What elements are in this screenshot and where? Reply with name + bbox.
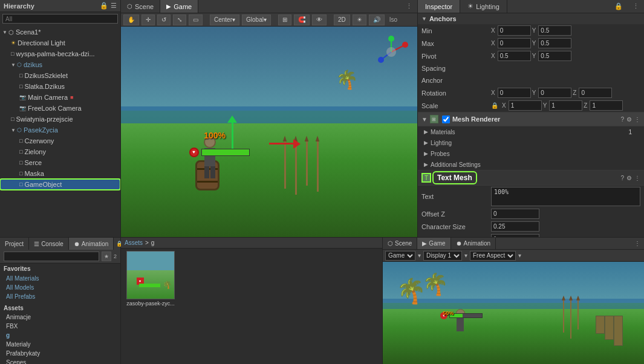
hier-item-maska[interactable]: □ Maska [0, 168, 120, 179]
char-size-input[interactable] [491, 221, 539, 232]
folder-prafabrykaty[interactable]: Prafabrykaty [0, 349, 120, 358]
assets-root[interactable]: Assets [125, 239, 143, 246]
display-select[interactable]: Display 1 [423, 251, 462, 261]
snap-button[interactable]: 🧲 [294, 15, 310, 25]
text-mesh-section: T Text Mesh ? ⚙ ⋮ Text [418, 171, 644, 237]
hier-item-dzikus[interactable]: ▼ ⬡ dzikus [0, 59, 120, 70]
game-game-tab[interactable]: ▶ Game [417, 238, 450, 249]
text-mesh-help[interactable]: ? [620, 175, 624, 181]
rotation-y-input[interactable] [538, 88, 571, 98]
hier-item-szkielet[interactable]: □ DzikusSzkielet [0, 70, 120, 81]
min-y-input[interactable] [538, 25, 571, 36]
hier-item-wyspa[interactable]: □ wyspa-palma-beczka-dzi... [0, 48, 120, 59]
rotation-x-input[interactable] [498, 88, 531, 98]
view-button[interactable]: 👁 [312, 15, 327, 25]
audio-button[interactable]: 🔊 [369, 15, 385, 25]
hand-tool-button[interactable]: ✋ [123, 15, 139, 25]
scale-z-input[interactable] [590, 100, 623, 111]
hierarchy-menu-icon[interactable]: ☰ [111, 2, 117, 10]
scene-tab[interactable]: ⬡ Scene [121, 0, 160, 13]
light-button[interactable]: ☀ [353, 15, 366, 25]
text-mesh-settings[interactable]: ⚙ [626, 175, 632, 181]
fav-all-materials[interactable]: All Materials [0, 274, 120, 283]
probes-row[interactable]: ▶ Probes [418, 148, 644, 159]
hier-item-freelook[interactable]: 📷 FreeLook Camera [0, 103, 120, 114]
text-input[interactable]: 100% [491, 187, 640, 206]
lighting-sub-row[interactable]: ▶ Lighting [418, 137, 644, 148]
rotate-tool-button[interactable]: ↺ [157, 15, 171, 25]
mesh-settings-icon[interactable]: ⚙ [626, 116, 632, 123]
viewport-menu-icon[interactable]: ⋮ [401, 2, 417, 10]
pivot-x-input[interactable] [498, 51, 531, 61]
text-mesh-menu[interactable]: ⋮ [634, 175, 640, 181]
project-star-btn[interactable]: ★ [102, 252, 111, 261]
mesh-renderer-header[interactable]: ▼ ⊞ Mesh Renderer ? ⚙ ⋮ [418, 112, 644, 126]
mesh-renderer-toggle[interactable] [442, 115, 450, 123]
scale-tool-button[interactable]: ⤡ [173, 15, 186, 25]
scene-viewport[interactable]: 100% ♥ [121, 27, 417, 237]
fav-all-models[interactable]: All Models [0, 283, 120, 292]
mesh-menu-icon[interactable]: ⋮ [634, 116, 640, 123]
additional-settings-row[interactable]: ▶ Additional Settings [418, 159, 644, 170]
hier-item-maincamera[interactable]: 📷 Main Camera ■ [0, 92, 120, 103]
move-tool-button[interactable]: ✛ [141, 15, 155, 25]
tab-inspector[interactable]: Inspector [418, 0, 460, 13]
aspect-select[interactable]: Free Aspect [470, 251, 516, 261]
hier-item-gameobject[interactable]: □ GameObject [0, 179, 120, 190]
game-tab[interactable]: ▶ Game [160, 0, 198, 13]
scale-y-input[interactable] [549, 100, 582, 111]
tab-lighting[interactable]: ☀ Lighting [460, 0, 507, 13]
asset-pasek[interactable]: ♥ 🌴 zasoby-pasek-zyc... [123, 251, 178, 307]
hier-item-scena1[interactable]: ▼ ⬡ Scena1* [0, 27, 120, 37]
min-x-input[interactable] [498, 25, 531, 36]
game-scene-tab[interactable]: ⬡ Scene [383, 238, 417, 249]
hier-item-pasekzycia[interactable]: ▼ ⬡ PasekZycia [0, 125, 120, 135]
folder-materialy[interactable]: Materialy [0, 340, 120, 349]
project-search-input[interactable] [4, 252, 99, 261]
scale-x-input[interactable] [509, 100, 542, 111]
console-tab[interactable]: ☰ Console [29, 238, 69, 250]
hierarchy-lock-icon[interactable]: 🔒 [100, 2, 108, 10]
hierarchy-search-input[interactable] [2, 14, 118, 24]
inspector-lock-icon[interactable]: 🔒 [610, 2, 628, 10]
center-button[interactable]: Center ▾ [210, 15, 239, 25]
additional-expand: ▶ [424, 161, 428, 167]
project-tab[interactable]: Project [0, 238, 29, 250]
fav-all-prefabs[interactable]: All Prefabs [0, 292, 120, 301]
max-y-input[interactable] [538, 38, 571, 48]
pivot-y-input[interactable] [538, 51, 571, 61]
object-icon: □ [19, 181, 22, 187]
game-label-select[interactable]: Game [385, 251, 415, 261]
materials-row[interactable]: ▶ Materials 1 [418, 126, 644, 137]
animation-tab[interactable]: ⏺ Animation [69, 238, 114, 250]
folder-animacje[interactable]: Animacje [0, 313, 120, 322]
folder-fbx[interactable]: FBX [0, 322, 120, 331]
assets-g[interactable]: g [151, 239, 155, 246]
inspector-menu-icon[interactable]: ⋮ [628, 2, 644, 10]
hier-item-serce[interactable]: □ Serce [0, 157, 120, 168]
text-mesh-icon: T [421, 173, 431, 183]
max-x-input[interactable] [498, 38, 531, 48]
folder-scenes[interactable]: Scenes [0, 358, 120, 364]
hier-item-slatka[interactable]: □ Slatka.Dzikus [0, 81, 120, 92]
global-button[interactable]: Global ▾ [242, 15, 271, 25]
viewport-canvas[interactable]: 100% ♥ [121, 27, 417, 237]
hier-item-zielony[interactable]: □ Zielony [0, 146, 120, 157]
2d-button[interactable]: 2D [334, 15, 350, 25]
hier-item-dlight[interactable]: ☀ Directional Light [0, 37, 120, 48]
grid-button[interactable]: ⊞ [278, 15, 291, 25]
game-canvas-bottom[interactable]: 🌴 🌴 ♥ 50% [383, 262, 644, 364]
hier-item-czerwony[interactable]: □ Czerwony [0, 135, 120, 146]
offset-z-input[interactable] [491, 209, 539, 219]
anchors-header[interactable]: ▼ Anchors [418, 13, 644, 24]
hier-item-swiatynia[interactable]: □ Swiatynia-przejscie [0, 114, 120, 125]
mesh-help-icon[interactable]: ? [620, 116, 624, 123]
rect-tool-button[interactable]: ▭ [189, 15, 203, 25]
game-anim-tab[interactable]: ⏺ Animation [451, 238, 496, 249]
game-viewport-bottom[interactable]: 🌴 🌴 ♥ 50% [383, 262, 644, 364]
folder-g[interactable]: g [0, 331, 120, 340]
mesh-renderer-icon: ⊞ [430, 115, 438, 123]
sy-label: Y [543, 102, 547, 109]
rotation-z-input[interactable] [579, 88, 612, 98]
game-view-menu[interactable]: ⋮ [631, 240, 644, 247]
